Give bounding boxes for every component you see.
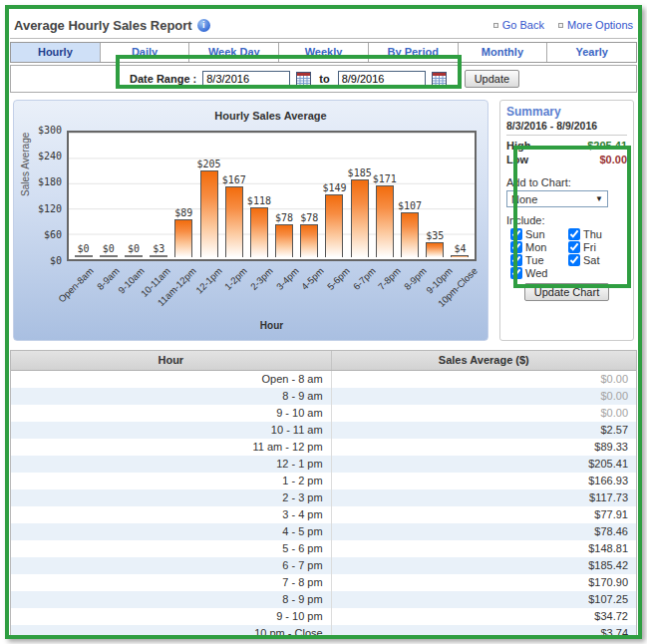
checkbox-sun[interactable] [510, 228, 522, 240]
tab-weekly[interactable]: Weekly [278, 43, 368, 62]
include-day-tue[interactable]: Tue [510, 254, 568, 266]
bar-slot: $0 [71, 135, 96, 257]
bar-value-label: $0 [128, 243, 140, 254]
bar-value-label: $78 [275, 212, 293, 223]
summary-divider [506, 135, 627, 136]
calendar-icon[interactable] [296, 72, 311, 86]
x-tick-label: 6-7pm [351, 265, 378, 292]
bar-value-label: $185 [348, 167, 372, 178]
day-label: Tue [525, 254, 544, 266]
checkbox-sat[interactable] [568, 254, 580, 266]
chart-bar [401, 212, 419, 257]
cell-hour: 11 am - 12 pm [11, 439, 332, 456]
bar-slot: $0 [96, 135, 121, 257]
tab-hourly[interactable]: Hourly [11, 43, 100, 62]
chart-bar [451, 255, 469, 257]
cell-sales-average: $166.93 [332, 473, 636, 489]
cell-sales-average: $185.42 [332, 557, 636, 574]
cell-sales-average: $77.91 [332, 506, 636, 523]
go-back-link[interactable]: Go Back [493, 19, 544, 31]
table-row: 8 - 9 am$0.00 [11, 388, 636, 405]
chart-bar [426, 242, 444, 257]
tab-daily[interactable]: Daily [100, 43, 189, 62]
checkbox-mon[interactable] [510, 241, 522, 253]
bar-series: $0$0$0$3$89$205$167$118$78$78$149$185$17… [71, 135, 473, 257]
cell-sales-average: $107.25 [332, 591, 636, 608]
include-label: Include: [506, 214, 627, 226]
x-tick-label: 2-3pm [248, 265, 275, 292]
cell-hour: 12 - 1 pm [11, 456, 332, 473]
include-day-sun[interactable]: Sun [510, 228, 568, 240]
cell-hour: 9 - 10 am [11, 405, 332, 422]
bar-value-label: $35 [426, 230, 444, 241]
include-day-mon[interactable]: Mon [510, 241, 568, 253]
calendar-icon[interactable] [432, 72, 447, 86]
table-row: 5 - 6 pm$148.81 [11, 540, 636, 557]
chart-bar [250, 207, 268, 257]
chevron-down-icon: ▼ [595, 194, 603, 203]
checkbox-thu[interactable] [568, 228, 580, 240]
bar-slot: $185 [347, 135, 372, 257]
chart-bar [225, 186, 243, 257]
cell-hour: 7 - 8 pm [11, 574, 332, 591]
checkbox-wed[interactable] [510, 267, 522, 279]
summary-low-row: Low $0.00 [506, 153, 627, 166]
cell-sales-average: $78.46 [332, 523, 636, 540]
day-label: Thu [583, 228, 602, 240]
column-header-hour: Hour [11, 351, 332, 370]
tab-yearly[interactable]: Yearly [546, 43, 636, 62]
add-to-chart-label: Add to Chart: [506, 176, 627, 188]
high-value: $205.41 [587, 139, 627, 153]
include-day-fri[interactable]: Fri [568, 241, 626, 253]
chart-bar [125, 255, 143, 257]
chart-bar [351, 179, 369, 257]
bar-slot: $78 [272, 135, 297, 257]
chart-bar [275, 224, 293, 257]
bar-slot: $149 [322, 135, 347, 257]
table-row: 10 - 11 am$2.57 [11, 422, 636, 439]
hourly-sales-table: Hour Sales Average ($) Open - 8 am$0.008… [10, 350, 637, 639]
more-options-link[interactable]: More Options [558, 19, 633, 31]
bar-value-label: $0 [78, 243, 90, 254]
day-label: Sun [525, 228, 545, 240]
y-tick-label: $60 [21, 230, 67, 240]
table-row: 4 - 5 pm$78.46 [11, 523, 636, 540]
tab-by-period[interactable]: By Period [368, 43, 458, 62]
add-to-chart-select[interactable]: None ▼ [506, 190, 608, 207]
cell-hour: 10 pm - Close [11, 625, 332, 639]
column-header-sales-average: Sales Average ($) [332, 351, 636, 370]
add-to-chart-selected-value: None [511, 193, 537, 205]
include-day-wed[interactable]: Wed [510, 267, 568, 279]
y-tick-label: $180 [21, 177, 67, 187]
plot-area-wrap: $300$240$180$120$60$0 $0$0$0$3$89$205$16… [67, 131, 477, 261]
table-row: 3 - 4 pm$77.91 [11, 506, 636, 523]
cell-sales-average: $89.33 [332, 439, 636, 456]
x-tick-label: 4-5pm [299, 265, 326, 292]
bar-value-label: $4 [454, 243, 466, 254]
checkbox-tue[interactable] [510, 254, 522, 266]
cell-sales-average: $0.00 [332, 405, 636, 422]
more-options-label: More Options [567, 19, 633, 31]
cell-hour: 2 - 3 pm [11, 489, 332, 506]
x-tick-label: 12-1pm [193, 265, 224, 296]
include-day-thu[interactable]: Thu [568, 228, 626, 240]
date-to-input[interactable] [338, 71, 426, 88]
bar-slot: $89 [171, 135, 196, 257]
cell-sales-average: $148.81 [332, 540, 636, 557]
cell-hour: 1 - 2 pm [11, 473, 332, 489]
checkbox-fri[interactable] [568, 241, 580, 253]
tab-week-day[interactable]: Week Day [188, 43, 278, 62]
chart-bar [376, 185, 394, 257]
tab-monthly[interactable]: Monthly [458, 43, 547, 62]
summary-date-range: 8/3/2016 - 8/9/2016 [506, 120, 627, 132]
date-from-input[interactable] [202, 71, 290, 88]
chart-bar [100, 255, 118, 257]
table-body: Open - 8 am$0.008 - 9 am$0.009 - 10 am$0… [11, 371, 636, 639]
update-chart-button[interactable]: Update Chart [524, 283, 609, 301]
update-button[interactable]: Update [465, 70, 519, 88]
include-day-sat[interactable]: Sat [568, 254, 626, 266]
bar-value-label: $167 [222, 174, 246, 185]
day-label: Mon [525, 241, 546, 253]
info-icon[interactable]: i [197, 19, 210, 32]
cell-hour: 5 - 6 pm [11, 540, 332, 557]
